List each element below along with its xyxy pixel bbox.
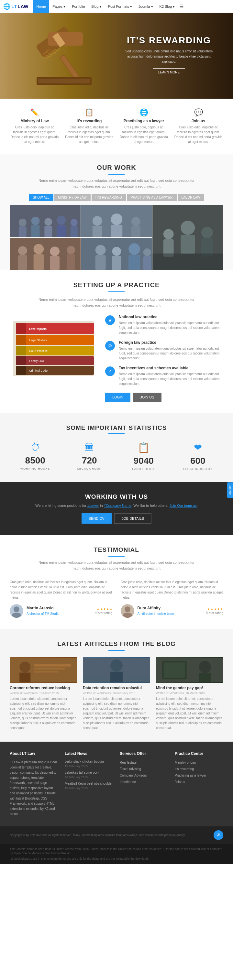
footer-service-link-4[interactable]: Inheritance (120, 780, 136, 784)
nav-joomla[interactable]: Joomla ▾ (135, 0, 156, 13)
bottom-note-1: This Joomla! name is used under a limite… (10, 847, 223, 856)
feature-join: 💬 Join us Cras justo odio, dapibus ac fa… (174, 108, 223, 144)
working-join-link[interactable]: Join Our team us (169, 504, 197, 508)
hero-cta-button[interactable]: LEARN MORE (153, 68, 185, 76)
nav-k2-blog[interactable]: K2 Blog ▾ (156, 0, 178, 13)
nav-pages[interactable]: Pages ▾ (49, 0, 69, 13)
svg-rect-77 (34, 664, 71, 667)
svg-text:Criminal Code: Criminal Code (29, 369, 48, 372)
nav-post-formats[interactable]: Post Formats ▾ (105, 0, 135, 13)
testimonial-2-name: Dura Affinity (137, 606, 174, 610)
svg-point-50 (128, 243, 140, 255)
filter-show-all[interactable]: SHOW ALL (29, 194, 53, 201)
filter-practising[interactable]: PRACTISING AS A LAWYER (127, 194, 177, 201)
navbar: 🌐 LT LAW Home Pages ▾ Portfolio Blog ▾ P… (0, 0, 233, 13)
feature-join-text: Cras justo odio, dapibus ac facilisis in… (174, 125, 223, 144)
feature-rewarding: 📋 It's rewarding Cras justo odio, dapibu… (64, 108, 114, 144)
setup-feature-3: ✓ Tax incentives and schemes available N… (105, 366, 223, 386)
testimonial-1-role[interactable]: A director of TM Studio (27, 612, 59, 616)
svg-point-72 (124, 606, 131, 612)
logo[interactable]: 🌐 LT LAW (3, 3, 29, 10)
svg-rect-55 (16, 323, 94, 334)
svg-rect-64 (16, 356, 94, 365)
hero-title: IT'S REWARDING (127, 35, 211, 46)
joomla-logo: J! (214, 830, 223, 840)
feature-national-title: National law practice (119, 315, 223, 319)
svg-rect-44 (67, 254, 75, 270)
svg-point-37 (18, 246, 27, 255)
footer-practice-4: Join us (175, 779, 223, 784)
feature-national-text: Nemo enim ipsam voluptatem quia voluptas… (119, 321, 223, 335)
nav-blog[interactable]: Blog ▾ (88, 0, 105, 13)
svg-point-88 (199, 661, 211, 673)
testimonial-2-role[interactable]: An director in online team (137, 612, 174, 616)
svg-point-70 (14, 606, 19, 612)
svg-rect-83 (83, 676, 107, 682)
send-cv-button[interactable]: SEND CV (81, 513, 112, 523)
footer-service-link-1[interactable]: Real Estate (120, 761, 137, 764)
footer-practice-link-4[interactable]: Join us (175, 780, 185, 784)
filter-ministry[interactable]: MINISTRY OF LAW (54, 194, 91, 201)
stats-grid: ⏱ 8500 WORKING HOURS 🏛 720 LEGAL GROUP 📋… (10, 442, 223, 471)
footer-practice-link-3[interactable]: Practising as a lawyer (175, 774, 206, 777)
join-us-button[interactable]: JOIN US (133, 393, 161, 402)
job-details-button[interactable]: JOB DETAILS (114, 513, 152, 523)
svg-rect-67 (16, 366, 94, 375)
globe-icon: 🌐 (3, 3, 10, 10)
footer-practice-title: Practice Center (175, 751, 223, 756)
filter-labor[interactable]: LABOR LAW (178, 194, 204, 201)
stat-label-1: WORKING HOURS (10, 467, 61, 470)
feature-ministry-title: Ministry of Law (10, 119, 59, 123)
svg-rect-89 (199, 673, 211, 682)
footer-news-link-1[interactable]: Jerky shark chicken boudin (65, 760, 113, 763)
stat-label-2: LEGAL GROUP (64, 467, 115, 470)
svg-point-71 (11, 612, 22, 618)
nav-home[interactable]: Home (34, 0, 49, 13)
filter-rewarding[interactable]: IT'S REWARDING (92, 194, 126, 201)
testimonial-description: Nemo enim ipsam voluptatem quia voluptas… (36, 560, 197, 571)
features-grid: ✏️ Ministry of Law Cras justo odio, dapi… (10, 108, 223, 144)
footer-practice-link-1[interactable]: Ministry of Law (175, 761, 196, 764)
footer-news-item-3: Meatball Kevin beef ribs shoulder 15 Feb… (65, 782, 113, 790)
working-company-link[interactable]: #Company Name (104, 504, 132, 508)
svg-point-52 (143, 248, 151, 256)
logo-law: LAW (18, 3, 28, 9)
nav-portfolio[interactable]: Portfolio (69, 0, 88, 13)
working-lawer-link[interactable]: #Lawer (88, 504, 99, 508)
blog-grid: Coroner reforms reduce backlog Written i… (10, 657, 223, 730)
login-button[interactable]: LOGIN (105, 393, 131, 402)
hero-content: IT'S REWARDING Sed ut perspiciatis unde … (105, 13, 233, 99)
testimonial-1-text: Cras justo odio, dapibus ac facilisis in… (10, 579, 113, 600)
footer-news-link-3[interactable]: Meatball Kevin beef ribs shoulder (65, 782, 113, 785)
blog-article-2-text: Lorem ipsum dolor sit amet, consectetur … (83, 696, 150, 730)
heart-icon: ❤ (172, 442, 223, 453)
footer-service-link-2[interactable]: Fiscal Advising (120, 767, 141, 771)
svg-point-31 (163, 229, 174, 239)
stat-number-4: 600 (172, 456, 223, 466)
svg-point-48 (112, 247, 121, 256)
blog-article-3-date: Written in: Wordpress, 10 March 2015 (156, 692, 223, 695)
feature-rewarding-text: Cras justo odio, dapibus ac facilisis in… (64, 125, 114, 144)
pencil-icon: ✏️ (10, 108, 59, 117)
gavel-svg: Stephen daring me on your best, David Bl… (27, 19, 101, 93)
svg-point-41 (50, 247, 59, 256)
stat-working-hours: ⏱ 8500 WORKING HOURS (10, 442, 61, 471)
setup-description: Nemo enim ipsam voluptatem quia voluptas… (36, 297, 197, 308)
testimonial-2: Cras justo odio, dapibus ac facilisis in… (121, 579, 223, 618)
features-section: ✏️ Ministry of Law Cras justo odio, dapi… (0, 99, 233, 154)
blog-article-2-date: Written in: Wordpress, 10 February 2015 (83, 692, 150, 695)
svg-point-39 (34, 244, 44, 254)
clock-icon: ⏱ (10, 442, 61, 453)
footer-news-link-2[interactable]: Leberkas tail some pork (65, 771, 113, 774)
testimonials-grid: Cras justo odio, dapibus ac facilisis in… (10, 579, 223, 618)
svg-rect-53 (143, 256, 151, 270)
clipboard-icon: 📋 (64, 108, 114, 117)
hamburger-icon[interactable]: ☰ (180, 4, 184, 9)
our-work-description: Nemo enim ipsam voluptatem quia voluptas… (36, 178, 197, 189)
footer-service-link-3[interactable]: Company Advisors (120, 774, 147, 777)
footer-service-1: Real Estate (120, 760, 168, 765)
feature-practising-text: Cras justo odio, dapibus ac facilisis in… (119, 125, 169, 144)
footer-practice-link-2[interactable]: It's rewarding (175, 767, 194, 771)
setup-buttons: LOGIN JOIN US (105, 393, 223, 402)
logo-lt: LT (11, 3, 17, 9)
